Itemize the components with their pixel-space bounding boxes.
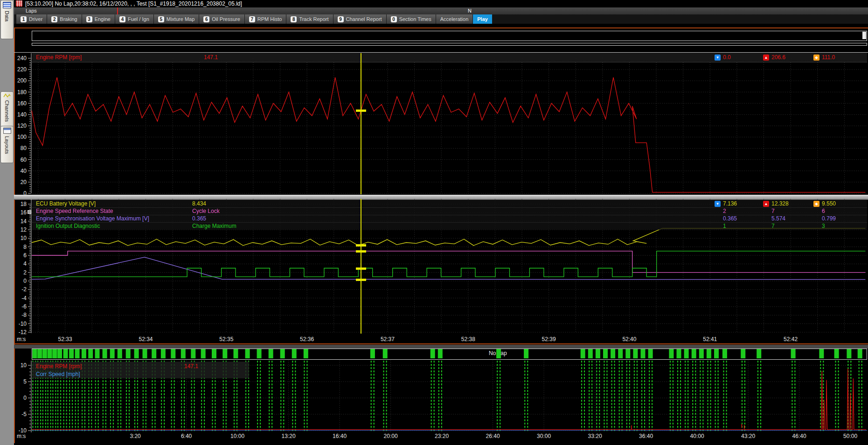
rpm-max-stat: ▲ 206.6 (763, 53, 785, 62)
overview-legend-band: Engine RPM [rpm] 147.1 Corr Speed [mph] (32, 362, 249, 378)
svg-text:-8: -8 (21, 312, 27, 318)
rpm-chart-plot[interactable]: 020406080100120140160180200220240 (14, 52, 868, 195)
svg-text:10: 10 (21, 362, 27, 369)
svg-text:100: 100 (17, 134, 27, 140)
time-range-bar[interactable] (32, 31, 867, 41)
svg-text:8: 8 (23, 244, 27, 250)
range-slider-handle[interactable] (862, 32, 866, 39)
tab-section-times[interactable]: 0Section Times (387, 14, 436, 24)
svg-text:12: 12 (21, 226, 27, 233)
tab-engine[interactable]: 3Engine (82, 14, 115, 24)
svg-text:6: 6 (23, 252, 27, 259)
tab-fuel-ign[interactable]: 4Fuel / Ign (115, 14, 154, 24)
cursor-marker (356, 244, 366, 246)
svg-text:-5: -5 (21, 411, 27, 418)
selected-channel-bullet (28, 210, 31, 214)
laps-bar[interactable]: Laps N (14, 7, 868, 15)
lap-strip[interactable]: No Lap (32, 349, 867, 360)
svg-text:180: 180 (17, 89, 27, 96)
tab-track-report[interactable]: 8Track Report (286, 14, 333, 24)
cursor-marker (356, 279, 366, 281)
channel-row-sync-voltage[interactable]: Engine Synchronisation Voltage Maximum [… (32, 215, 867, 223)
svg-text:-6: -6 (21, 303, 27, 310)
tab-oil-pressure[interactable]: 6Oil Pressure (199, 14, 245, 24)
svg-text:3:20: 3:20 (130, 433, 141, 439)
svg-text:16:40: 16:40 (333, 433, 347, 439)
channel-row-battery[interactable]: ECU Battery Voltage [V] 8.434 ▼ 7.136 ▲ … (32, 200, 867, 208)
svg-text:0: 0 (23, 278, 27, 284)
svg-text:4: 4 (23, 260, 27, 267)
max-icon: ▲ (763, 55, 769, 61)
svg-text:36:40: 36:40 (639, 433, 653, 439)
svg-text:m:s: m:s (17, 433, 26, 439)
min-icon: ▼ (715, 201, 721, 207)
left-toolbar: Data Channels Layouts (0, 0, 14, 445)
rpm-min-stat: ▼ 0.0 (715, 53, 731, 62)
laps-position-marker[interactable] (117, 7, 118, 14)
time-cursor-top[interactable] (361, 53, 361, 194)
svg-text:52:36: 52:36 (300, 336, 314, 342)
min-icon: ▼ (715, 55, 721, 61)
tab-acceleration[interactable]: Acceleration (436, 14, 473, 24)
sidebar-tab-label: Data (4, 11, 10, 21)
max-icon: ▲ (763, 201, 769, 207)
worksheet-tab-bar: 1Driver 2Braking 3Engine 4Fuel / Ign 5Mi… (14, 14, 868, 24)
svg-text:40:00: 40:00 (690, 433, 704, 439)
svg-text:14: 14 (21, 218, 27, 225)
svg-text:80: 80 (21, 145, 27, 151)
zoom-scroll-strip[interactable] (32, 43, 867, 46)
svg-text:0: 0 (23, 190, 27, 195)
svg-text:16: 16 (21, 209, 27, 216)
sidebar-tab-label: Layouts (4, 136, 10, 154)
channel-row-ignition-diag[interactable]: Ignition Output Diagnostic Charge Maximu… (32, 222, 867, 230)
svg-text:-12: -12 (19, 329, 27, 335)
svg-text:26:40: 26:40 (486, 433, 500, 439)
tab-play[interactable]: Play (473, 14, 493, 24)
tab-braking[interactable]: 2Braking (47, 14, 82, 24)
svg-text:60: 60 (21, 157, 27, 163)
channel-row-ref-state[interactable]: Engine Speed Reference State Cycle Lock … (32, 207, 867, 215)
time-cursor-mid[interactable] (361, 199, 361, 334)
tab-mixture-map[interactable]: 5Mixture Map (154, 14, 200, 24)
svg-text:52:42: 52:42 (784, 336, 798, 342)
cursor-marker (356, 110, 366, 112)
svg-text:13:20: 13:20 (282, 433, 296, 439)
svg-text:6:40: 6:40 (181, 433, 192, 439)
svg-text:52:33: 52:33 (58, 336, 72, 342)
tab-rpm-histo[interactable]: 7RPM Histo (245, 14, 287, 24)
svg-text:52:35: 52:35 (219, 336, 233, 342)
section-splitter[interactable] (14, 345, 868, 349)
svg-text:5: 5 (23, 378, 27, 385)
svg-text:-2: -2 (21, 286, 27, 293)
sidebar-tab-layouts[interactable]: Layouts (0, 126, 14, 163)
motec-i2-window: Data Channels Layouts [53:10.200] No Lap… (0, 0, 868, 445)
data-table-icon (3, 2, 11, 8)
sidebar-tab-data[interactable]: Data (0, 0, 14, 39)
tab-channel-report[interactable]: 9Channel Report (333, 14, 387, 24)
channel-name-rpm[interactable]: Engine RPM [rpm] (36, 53, 82, 62)
svg-text:52:37: 52:37 (381, 336, 395, 342)
svg-text:18: 18 (21, 201, 27, 207)
channel-row-rpm-overview[interactable]: Engine RPM [rpm] 147.1 (32, 363, 249, 370)
sidebar-tab-label: Channels (4, 100, 10, 122)
svg-text:20: 20 (21, 179, 27, 185)
worksheet-border-top (14, 27, 868, 28)
sidebar-tab-channels[interactable]: Channels (0, 91, 14, 129)
svg-text:43:20: 43:20 (741, 433, 755, 439)
svg-text:240: 240 (17, 55, 27, 62)
svg-text:23:20: 23:20 (435, 433, 449, 439)
lap-marker-label: N (468, 8, 472, 14)
title-bar: [53:10.200] No Lap,20:38:02, 16/12/2020,… (14, 0, 868, 7)
tab-driver[interactable]: 1Driver (16, 14, 47, 24)
channel-row-corr-speed[interactable]: Corr Speed [mph] (32, 370, 249, 378)
diagnostics-legend-band: ECU Battery Voltage [V] 8.434 ▼ 7.136 ▲ … (32, 200, 867, 230)
motec-app-icon (16, 0, 22, 7)
svg-text:-4: -4 (21, 295, 27, 301)
svg-text:52:41: 52:41 (703, 336, 717, 342)
svg-text:52:39: 52:39 (542, 336, 556, 342)
svg-text:120: 120 (17, 123, 27, 129)
svg-text:10: 10 (21, 235, 27, 241)
svg-text:140: 140 (17, 111, 27, 118)
svg-text:160: 160 (17, 100, 27, 107)
svg-text:0: 0 (23, 395, 27, 401)
